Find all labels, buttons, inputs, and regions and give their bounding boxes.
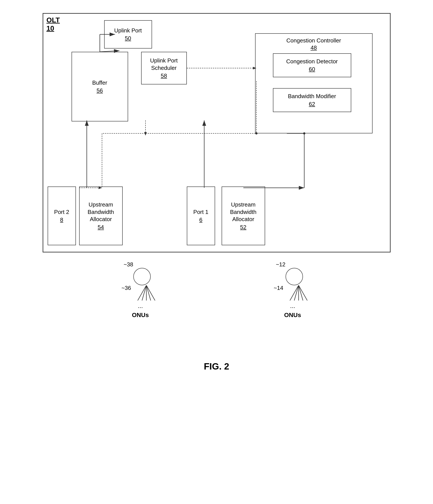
onu-right-dots: ... bbox=[290, 303, 295, 309]
uplink-port-label: Uplink Port bbox=[114, 27, 142, 34]
uba52-number: 52 bbox=[240, 224, 246, 231]
olt-box: OLT 10 Uplink Port 50 Buffer 56 Uplink P… bbox=[43, 13, 391, 252]
scheduler-number: 58 bbox=[161, 72, 167, 79]
diagram-container: OLT 10 Uplink Port 50 Buffer 56 Uplink P… bbox=[32, 13, 401, 372]
olt-number: 10 bbox=[46, 24, 60, 32]
svg-line-28 bbox=[299, 285, 303, 301]
svg-line-29 bbox=[299, 285, 307, 301]
uba54-box: UpstreamBandwidthAllocator 54 bbox=[79, 187, 123, 245]
congestion-detector-box: Congestion Detector 60 bbox=[273, 53, 351, 77]
scheduler-label: Uplink PortScheduler bbox=[150, 57, 178, 72]
svg-line-23 bbox=[146, 285, 151, 301]
port2-box: Port 2 8 bbox=[48, 187, 76, 245]
buffer-label: Buffer bbox=[92, 79, 107, 87]
uba54-label: UpstreamBandwidthAllocator bbox=[88, 201, 114, 223]
svg-line-25 bbox=[290, 285, 299, 301]
onu-right-circle bbox=[286, 268, 303, 285]
olt-label: OLT 10 bbox=[46, 16, 60, 33]
bandwidth-modifier-number: 62 bbox=[309, 101, 315, 108]
onu-left-rays bbox=[133, 285, 159, 301]
uplink-port-box: Uplink Port 50 bbox=[104, 20, 152, 49]
onu-left-ref1: ~38 bbox=[124, 261, 133, 268]
congestion-detector-number: 60 bbox=[309, 66, 315, 73]
onu-group-right: ~12 ~14 ... ONUs bbox=[274, 261, 311, 319]
bandwidth-modifier-box: Bandwidth Modifier 62 bbox=[273, 88, 351, 112]
congestion-ctrl-number: 48 bbox=[310, 45, 317, 51]
onu-right-ref1: ~12 bbox=[276, 261, 285, 268]
bottom-section: ~38 ~36 ... ONUs bbox=[43, 252, 391, 344]
onus-left-label: ONUs bbox=[132, 312, 149, 319]
onu-right-rays bbox=[286, 285, 312, 301]
onu-left-dots: ... bbox=[138, 303, 143, 309]
onu-right-ref2-label: ~14 bbox=[274, 285, 283, 291]
onu-group-left: ~38 ~36 ... ONUs bbox=[121, 261, 159, 319]
port2-label: Port 2 bbox=[54, 208, 69, 216]
port2-number: 8 bbox=[60, 216, 63, 223]
uba52-box: UpstreamBandwidthAllocator 52 bbox=[222, 187, 265, 245]
onu-left-circle bbox=[133, 268, 151, 285]
uba52-label: UpstreamBandwidthAllocator bbox=[230, 201, 256, 223]
svg-line-26 bbox=[294, 285, 299, 301]
port1-box: Port 1 6 bbox=[187, 187, 215, 245]
congestion-controller-box: Congestion Controller 48 Congestion Dete… bbox=[255, 33, 372, 133]
svg-line-20 bbox=[138, 285, 146, 301]
port1-number: 6 bbox=[199, 216, 202, 223]
scheduler-box: Uplink PortScheduler 58 bbox=[141, 52, 187, 84]
congestion-ctrl-title: Congestion Controller 48 bbox=[256, 37, 372, 51]
svg-line-24 bbox=[146, 285, 155, 301]
fig-text: FIG. 2 bbox=[204, 361, 229, 371]
uplink-port-number: 50 bbox=[125, 35, 131, 42]
uba54-number: 54 bbox=[98, 224, 104, 231]
onu-left-ref2-label: ~36 bbox=[121, 285, 131, 291]
buffer-number: 56 bbox=[97, 87, 103, 94]
buffer-box: Buffer 56 bbox=[71, 52, 128, 121]
congestion-ctrl-label: Congestion Controller bbox=[286, 37, 341, 44]
svg-line-21 bbox=[142, 285, 146, 301]
port1-label: Port 1 bbox=[193, 208, 208, 216]
olt-title: OLT bbox=[46, 16, 60, 24]
congestion-detector-label: Congestion Detector bbox=[286, 58, 338, 65]
fig-label: FIG. 2 bbox=[32, 361, 401, 372]
bandwidth-modifier-label: Bandwidth Modifier bbox=[288, 93, 336, 100]
onus-right-label: ONUs bbox=[284, 312, 301, 319]
